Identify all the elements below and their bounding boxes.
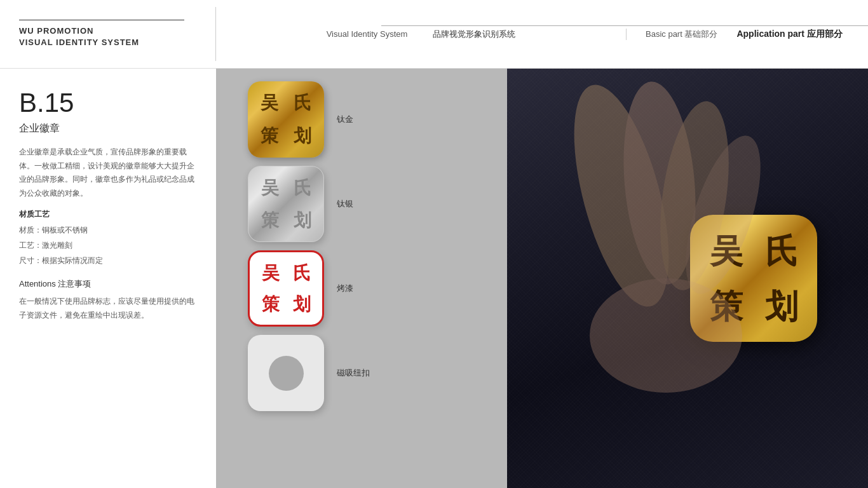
nav-top-line (381, 25, 623, 26)
svg-point-4 (590, 278, 742, 393)
brand-identity: WU PROMOTION VISUAL IDENTITY SYSTEM (0, 7, 216, 61)
badge-item-silver: 吴 氏 策 划 钛银 (248, 166, 356, 242)
badge-char-shi-s: 氏 (287, 173, 317, 203)
nav-center: Visual Identity System 品牌视觉形象识别系统 (216, 29, 627, 40)
badge-item-red: 吴 氏 策 划 烤漆 (248, 250, 356, 327)
large-badge-char-shi: 氏 (756, 225, 807, 276)
nav-application[interactable]: Application part 应用部分 (736, 29, 842, 40)
attention-title: Attentions 注意事项 (19, 278, 197, 290)
page-number: B.15 (19, 88, 197, 118)
badge-silver: 吴 氏 策 划 (248, 166, 324, 242)
badge-char-hua-r: 划 (287, 290, 316, 318)
nav-vis-cn[interactable]: 品牌视觉形象识别系统 (433, 29, 515, 40)
nav-right: Basic part 基础部分 Application part 应用部分 (627, 16, 868, 53)
badge-char-wu-r: 吴 (256, 259, 285, 287)
badge-magnet (248, 335, 324, 411)
badge-char-ce: 策 (254, 121, 285, 151)
nav-top-line-right (623, 25, 868, 26)
section-title: 企业徽章 (19, 122, 197, 135)
badge-item-gold: 吴 氏 策 划 钛金 (248, 81, 356, 158)
description: 企业徽章是承载企业气质，宣传品牌形象的重要载体。一枚做工精细，设计美观的徽章能够… (19, 146, 197, 200)
attention-text: 在一般情况下使用品牌标志，应该尽量使用提供的电子资源文件，避免在重绘中出现误差。 (19, 295, 197, 322)
badge-label-silver: 钛银 (337, 198, 356, 210)
badge-char-shi: 氏 (287, 88, 318, 118)
header-divider-line (19, 20, 184, 20)
hand-illustration (507, 69, 761, 488)
badge-char-hua-s: 划 (287, 205, 317, 235)
header: WU PROMOTION VISUAL IDENTITY SYSTEM Visu… (0, 0, 868, 69)
nav-vis-en[interactable]: Visual Identity System (327, 29, 408, 39)
photo-area: 吴 氏 策 划 (507, 69, 868, 488)
badge-text-silver: 吴 氏 策 划 (248, 166, 323, 241)
badge-label-gold: 钛金 (337, 114, 356, 125)
left-panel: B.15 企业徽章 企业徽章是承载企业气质，宣传品牌形象的重要载体。一枚做工精细… (0, 69, 216, 488)
nav-basic[interactable]: Basic part 基础部分 (646, 29, 717, 40)
brand-name: WU PROMOTION VISUAL IDENTITY SYSTEM (19, 25, 196, 48)
badge-red: 吴 氏 策 划 (248, 250, 324, 327)
badge-area: 吴 氏 策 划 钛金 吴 氏 策 划 钛银 (216, 69, 507, 488)
badge-item-magnet: 磁吸纽扣 (248, 335, 370, 411)
badge-char-wu: 吴 (254, 88, 285, 118)
badge-char-wu-s: 吴 (255, 173, 285, 203)
badge-char-hua: 划 (287, 121, 318, 151)
badge-label-magnet: 磁吸纽扣 (337, 367, 370, 379)
badge-text-red: 吴 氏 策 划 (250, 252, 322, 325)
large-badge-char-hua: 划 (756, 280, 807, 332)
badge-char-ce-r: 策 (256, 290, 285, 318)
badge-char-shi-r: 氏 (287, 259, 316, 287)
badge-label-red: 烤漆 (337, 283, 356, 294)
material-title: 材质工艺 (19, 209, 197, 220)
fabric-background: 吴 氏 策 划 (507, 69, 868, 488)
main-content: B.15 企业徽章 企业徽章是承载企业气质，宣传品牌形象的重要载体。一枚做工精细… (0, 69, 868, 488)
badge-text-gold: 吴 氏 策 划 (248, 81, 324, 158)
magnet-circle (269, 356, 304, 391)
badge-char-ce-s: 策 (255, 205, 285, 235)
badge-gold: 吴 氏 策 划 (248, 81, 324, 158)
material-detail: 材质：铜板或不锈钢 工艺：激光雕刻 尺寸：根据实际情况而定 (19, 222, 197, 268)
